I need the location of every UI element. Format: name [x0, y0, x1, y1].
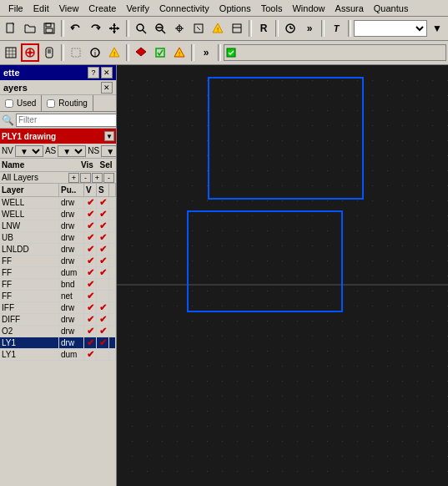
layer-sel-cell[interactable]: ✔ — [97, 337, 109, 348]
current-layer-row[interactable]: PLY1 drawing ▼ — [0, 129, 116, 144]
fit-button[interactable] — [189, 19, 208, 38]
menu-window[interactable]: Window — [287, 2, 330, 15]
undo-button[interactable] — [67, 19, 85, 38]
layer-row[interactable]: FF dum ✔ ✔ — [0, 267, 116, 279]
menu-options[interactable]: Options — [214, 2, 256, 15]
warning-button[interactable]: ! — [209, 19, 227, 38]
menu-create[interactable]: Create — [83, 2, 121, 15]
redo-button[interactable] — [86, 19, 104, 38]
layer-row[interactable]: O2 drw ✔ ✔ — [0, 326, 116, 337]
layer-sel-cell[interactable]: ✔ — [97, 256, 109, 266]
move-button[interactable] — [105, 19, 123, 38]
all-layers-minus[interactable]: - — [80, 173, 91, 183]
layer-row[interactable]: LY1 drw ✔ ✔ — [0, 337, 116, 349]
new-button[interactable] — [2, 19, 20, 38]
save-button[interactable] — [40, 19, 58, 38]
all-layers-plus[interactable]: + — [68, 173, 79, 183]
ns-dropdown[interactable]: ▼ — [101, 145, 117, 157]
layer-sel-cell[interactable]: ✔ — [97, 267, 109, 278]
layer-sel-cell[interactable]: ✔ — [97, 302, 109, 313]
zoom-out-button[interactable] — [151, 19, 169, 38]
layer-row[interactable]: FF drw ✔ ✔ — [0, 256, 116, 267]
warn3-button[interactable]: ! — [105, 43, 123, 62]
layer-sel-cell[interactable]: ✔ — [97, 220, 109, 231]
layer-vis-cell[interactable]: ✔ — [84, 256, 97, 266]
panel-subtitle-close[interactable]: ✕ — [101, 82, 113, 94]
layer-row[interactable]: UB drw ✔ ✔ — [0, 232, 116, 244]
routing-tab[interactable]: Routing — [42, 95, 93, 111]
menu-connectivity[interactable]: Connectivity — [154, 2, 214, 15]
menu-verify[interactable]: Verify — [121, 2, 154, 15]
layer-vis-cell[interactable]: ✔ — [84, 220, 97, 231]
panel-help-button[interactable]: ? — [88, 67, 99, 78]
layer-vis-cell[interactable]: ✔ — [84, 197, 97, 208]
layer-row[interactable]: FF net ✔ — [0, 291, 116, 302]
layer-row[interactable]: IFF drw ✔ ✔ — [0, 302, 116, 314]
menu-edit[interactable]: Edit — [28, 2, 54, 15]
layer-row[interactable]: WELL drw ✔ ✔ — [0, 197, 116, 209]
layer-row[interactable]: WELL drw ✔ ✔ — [0, 209, 116, 220]
layer-vis-cell[interactable]: ✔ — [84, 279, 97, 290]
current-layer-arrow[interactable]: ▼ — [104, 131, 114, 141]
all-layers-plus2[interactable]: + — [92, 173, 103, 183]
layer-row[interactable]: LY1 dum ✔ — [0, 349, 116, 361]
layer-sel-cell[interactable]: ✔ — [97, 326, 109, 337]
more-button-2[interactable]: » — [197, 43, 215, 62]
layer-row[interactable]: DIFF drw ✔ ✔ — [0, 314, 116, 326]
check2-button[interactable] — [151, 43, 169, 62]
err-button[interactable]: ! — [170, 43, 189, 62]
snap-active-button[interactable] — [21, 43, 39, 62]
menu-view[interactable]: View — [54, 2, 84, 15]
panel-close-button[interactable]: ✕ — [101, 67, 113, 78]
layer-sel-cell[interactable]: ✔ — [97, 314, 109, 325]
used-tab[interactable]: Used — [0, 95, 42, 111]
layer-vis-cell[interactable]: ✔ — [84, 326, 97, 337]
layer-vis-cell[interactable]: ✔ — [84, 209, 97, 220]
menu-file[interactable]: File — [3, 2, 28, 15]
open-button[interactable] — [21, 19, 39, 38]
text-button[interactable]: T — [327, 19, 345, 38]
layer2-button[interactable] — [132, 43, 150, 62]
layer-sel-cell[interactable] — [97, 349, 109, 360]
all-layers-minus2[interactable]: - — [103, 173, 114, 183]
menu-tools[interactable]: Tools — [256, 2, 288, 15]
menu-assura[interactable]: Assura — [330, 2, 369, 15]
hand-button[interactable] — [40, 43, 58, 62]
layer-vis-cell[interactable]: ✔ — [84, 267, 97, 278]
zoom-in-button[interactable] — [132, 19, 150, 38]
canvas-area[interactable] — [117, 65, 448, 486]
layer-vis-cell[interactable]: ✔ — [84, 337, 97, 348]
grid-button[interactable] — [2, 43, 20, 62]
more-button-1[interactable]: » — [300, 19, 319, 38]
layer-vis-cell[interactable]: ✔ — [84, 232, 97, 243]
layer-sel-cell[interactable]: ✔ — [97, 232, 109, 243]
layer-row[interactable]: LNW drw ✔ ✔ — [0, 220, 116, 232]
layer-sel-cell[interactable] — [97, 279, 109, 290]
layer-vis-cell[interactable]: ✔ — [84, 314, 97, 325]
layer-vis-cell[interactable]: ✔ — [84, 291, 97, 301]
menu-quantus[interactable]: Quantus — [369, 2, 414, 15]
filter-input[interactable] — [16, 114, 117, 127]
as-dropdown[interactable]: ▼ — [58, 145, 86, 157]
layer-vis-cell[interactable]: ✔ — [84, 349, 97, 360]
nv-dropdown[interactable]: ▼ — [15, 145, 43, 157]
clock-button[interactable] — [281, 19, 300, 38]
routing-checkbox[interactable] — [47, 99, 55, 108]
prop-button[interactable]: i — [86, 43, 104, 62]
layer-row[interactable]: LNLDD drw ✔ ✔ — [0, 244, 116, 256]
layer-vis-cell[interactable]: ✔ — [84, 302, 97, 313]
dropdown-arrow[interactable]: ▼ — [428, 19, 446, 38]
layout-button[interactable] — [228, 19, 246, 38]
layer-sel-cell[interactable]: ✔ — [97, 197, 109, 208]
layer-sel-cell[interactable] — [97, 291, 109, 301]
used-checkbox[interactable] — [5, 99, 13, 108]
r-button[interactable]: R — [254, 19, 273, 38]
layer-dropdown[interactable] — [354, 20, 427, 37]
pan-button[interactable] — [170, 19, 189, 38]
layer-sel-cell[interactable]: ✔ — [97, 209, 109, 220]
layer-vis-cell[interactable]: ✔ — [84, 244, 97, 255]
layer-sel-cell[interactable]: ✔ — [97, 244, 109, 255]
select-button[interactable] — [67, 43, 85, 62]
layer-scroll-cell — [109, 302, 116, 313]
layer-row[interactable]: FF bnd ✔ — [0, 279, 116, 291]
